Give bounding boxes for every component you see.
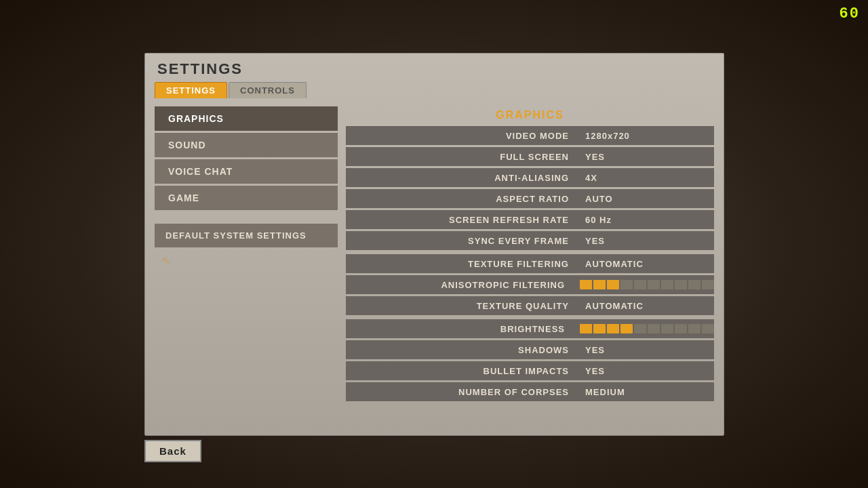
brightness-slider[interactable] <box>574 324 714 333</box>
tabs-bar: SETTINGS CONTROLS <box>145 82 724 98</box>
aniso-seg-5 <box>634 280 646 289</box>
settings-row-number-of-corpses[interactable]: NUMBER OF CORPSES MEDIUM <box>346 382 714 401</box>
settings-row-full-screen[interactable]: FULL SCREEN YES <box>346 147 714 166</box>
settings-row-bullet-impacts[interactable]: BULLET IMPACTS YES <box>346 361 714 380</box>
label-brightness: BRIGHTNESS <box>346 324 574 334</box>
bright-seg-7 <box>661 324 673 333</box>
bright-seg-6 <box>648 324 660 333</box>
bright-seg-8 <box>675 324 687 333</box>
value-sync-every-frame: YES <box>578 236 714 246</box>
label-anisotropic-filtering: ANISOTROPIC FILTERING <box>346 280 574 290</box>
settings-row-aspect-ratio[interactable]: ASPECT RATIO AUTO <box>346 189 714 208</box>
bright-seg-2 <box>593 324 606 333</box>
label-sync-every-frame: SYNC EVERY FRAME <box>346 236 578 246</box>
label-aspect-ratio: ASPECT RATIO <box>346 194 578 204</box>
value-bullet-impacts: YES <box>578 366 714 376</box>
sidebar-item-graphics[interactable]: GRAPHICS <box>155 106 338 131</box>
label-anti-aliasing: ANTI-ALIASING <box>346 173 578 183</box>
settings-row-texture-filtering[interactable]: TEXTURE FILTERING AUTOMATIC <box>346 254 714 273</box>
aniso-seg-7 <box>661 280 673 289</box>
settings-row-screen-refresh-rate[interactable]: SCREEN REFRESH RATE 60 Hz <box>346 210 714 229</box>
value-screen-refresh-rate: 60 Hz <box>578 215 714 225</box>
section-header-graphics: GRAPHICS <box>346 106 714 124</box>
label-texture-filtering: TEXTURE FILTERING <box>346 259 578 269</box>
label-texture-quality: TEXTURE QUALITY <box>346 301 578 311</box>
cursor-icon: ↖ <box>161 253 338 268</box>
value-texture-filtering: AUTOMATIC <box>578 259 714 269</box>
settings-row-brightness[interactable]: BRIGHTNESS <box>346 319 714 338</box>
bright-seg-3 <box>607 324 619 333</box>
value-full-screen: YES <box>578 152 714 162</box>
left-panel: GRAPHICS SOUND VOICE CHAT GAME DEFAULT S… <box>155 106 338 420</box>
fps-counter: 60 <box>840 5 860 22</box>
right-panel: GRAPHICS VIDEO MODE 868x488 FULL SCREEN… <box>346 106 714 420</box>
value-number-of-corpses: MEDIUM <box>578 387 714 397</box>
bright-seg-4 <box>620 324 633 333</box>
label-full-screen: FULL SCREEN <box>346 152 578 162</box>
bright-seg-5 <box>634 324 646 333</box>
window-title: SETTINGS <box>145 54 724 82</box>
settings-row-anisotropic-filtering[interactable]: ANISOTROPIC FILTERING <box>346 275 714 294</box>
aniso-seg-10 <box>702 280 714 289</box>
label-number-of-corpses: NUMBER OF CORPSES <box>346 387 578 397</box>
label-screen-refresh-rate: SCREEN REFRESH RATE <box>346 215 578 225</box>
settings-window: SETTINGS SETTINGS CONTROLS GRAPHICS SOUN… <box>144 53 724 436</box>
aniso-seg-2 <box>593 280 606 289</box>
value-texture-quality: AUTOMATIC <box>578 301 714 311</box>
bright-seg-1 <box>580 324 592 333</box>
bright-seg-9 <box>688 324 701 333</box>
default-system-settings-button[interactable]: DEFAULT SYSTEM SETTINGS <box>155 224 338 247</box>
aniso-seg-4 <box>620 280 633 289</box>
back-button[interactable]: Back <box>144 440 201 462</box>
value-aspect-ratio: AUTO <box>578 194 714 204</box>
settings-row-anti-aliasing[interactable]: ANTI-ALIASING 4X <box>346 168 714 187</box>
label-shadows: SHADOWS <box>346 345 578 355</box>
aniso-seg-3 <box>607 280 619 289</box>
content-area: GRAPHICS SOUND VOICE CHAT GAME DEFAULT S… <box>145 100 724 427</box>
bright-seg-10 <box>702 324 714 333</box>
aniso-seg-6 <box>648 280 660 289</box>
value-anti-aliasing: 4X <box>578 173 714 183</box>
value-video-mode: 868x488 <box>578 131 714 141</box>
sidebar-item-sound[interactable]: SOUND <box>155 133 338 157</box>
settings-row-texture-quality[interactable]: TEXTURE QUALITY AUTOMATIC <box>346 296 714 315</box>
aniso-seg-8 <box>675 280 687 289</box>
aniso-seg-1 <box>580 280 592 289</box>
label-bullet-impacts: BULLET IMPACTS <box>346 366 578 376</box>
sidebar-item-voice-chat[interactable]: VOICE CHAT <box>155 159 338 184</box>
settings-row-shadows[interactable]: SHADOWS YES <box>346 340 714 359</box>
settings-row-sync-every-frame[interactable]: SYNC EVERY FRAME YES <box>346 231 714 250</box>
value-shadows: YES <box>578 345 714 355</box>
menu-separator <box>155 212 338 222</box>
anisotropic-slider[interactable] <box>574 280 714 289</box>
tab-controls[interactable]: CONTROLS <box>229 82 307 98</box>
aniso-seg-9 <box>688 280 701 289</box>
settings-row-video-mode[interactable]: VIDEO MODE 868x488 <box>346 126 714 145</box>
tab-settings[interactable]: SETTINGS <box>155 82 227 98</box>
label-video-mode: VIDEO MODE <box>346 131 578 141</box>
sidebar-item-game[interactable]: GAME <box>155 186 338 210</box>
